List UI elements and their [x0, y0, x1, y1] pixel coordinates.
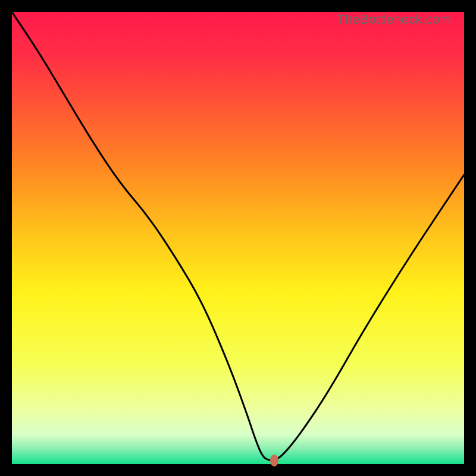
- watermark-text: TheBottleneck.com: [337, 12, 451, 27]
- optimal-point-marker: [270, 455, 278, 466]
- chart-frame: TheBottleneck.com: [12, 12, 464, 464]
- gradient-fill: [12, 12, 464, 464]
- chart-plot: [12, 12, 464, 464]
